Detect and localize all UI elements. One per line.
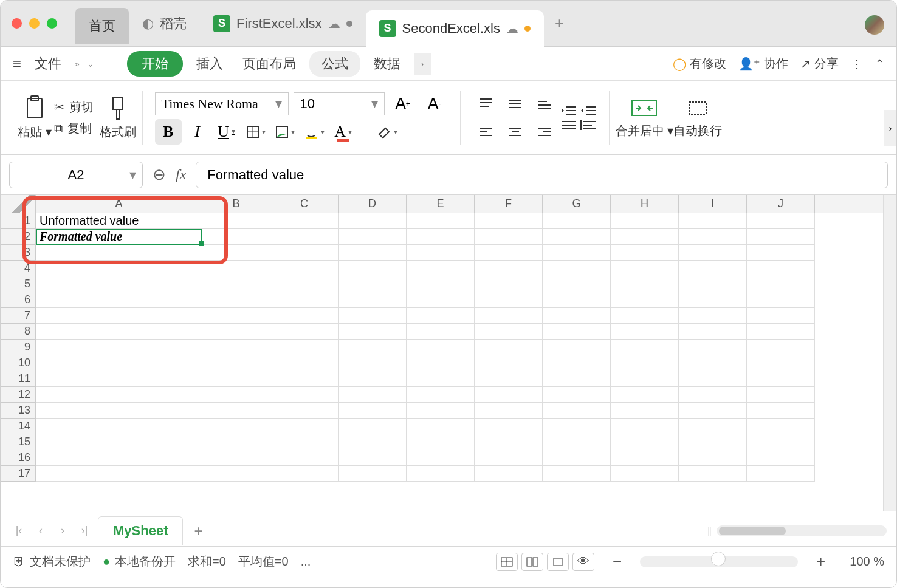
border-button[interactable] xyxy=(242,119,269,145)
align-center-button[interactable] xyxy=(502,119,529,145)
cell-I10[interactable] xyxy=(679,355,747,371)
italic-button[interactable]: I xyxy=(184,119,211,145)
cell-F4[interactable] xyxy=(475,261,543,276)
cell-E15[interactable] xyxy=(407,434,475,450)
cell-F10[interactable] xyxy=(475,355,543,371)
font-size-select[interactable]: 10▾ xyxy=(294,92,385,115)
cell-J11[interactable] xyxy=(747,371,815,387)
cell-J3[interactable] xyxy=(747,245,815,261)
cell-A16[interactable] xyxy=(36,450,202,466)
cell-C8[interactable] xyxy=(270,324,339,340)
row-header-13[interactable]: 13 xyxy=(1,403,36,419)
cell-A6[interactable] xyxy=(36,292,202,308)
col-header-E[interactable]: E xyxy=(407,195,475,213)
cell-B2[interactable] xyxy=(202,229,270,245)
more-menu-button[interactable]: › xyxy=(414,53,431,75)
cell-A10[interactable] xyxy=(36,355,202,371)
sheet-last-button[interactable]: ›| xyxy=(76,522,93,539)
cell-H6[interactable] xyxy=(611,292,679,308)
cell-J5[interactable] xyxy=(747,276,815,292)
cell-D16[interactable] xyxy=(339,450,407,466)
cell-G5[interactable] xyxy=(543,276,611,292)
cell-G6[interactable] xyxy=(543,292,611,308)
cell-E6[interactable] xyxy=(407,292,475,308)
normal-view-button[interactable] xyxy=(496,553,518,571)
cell-I16[interactable] xyxy=(679,450,747,466)
cell-I2[interactable] xyxy=(679,229,747,245)
cell-F3[interactable] xyxy=(475,245,543,261)
cell-F15[interactable] xyxy=(475,434,543,450)
cell-H2[interactable] xyxy=(611,229,679,245)
cut-button[interactable]: ✂剪切 xyxy=(54,99,94,115)
cell-C16[interactable] xyxy=(270,450,339,466)
wrap-text-button[interactable]: 自动换行 xyxy=(673,96,722,139)
cell-H12[interactable] xyxy=(611,387,679,403)
cell-J16[interactable] xyxy=(747,450,815,466)
file-tab-2-active[interactable]: S SecondExcel.xls ☁ xyxy=(366,10,544,47)
cell-C12[interactable] xyxy=(270,387,339,403)
cell-E11[interactable] xyxy=(407,371,475,387)
cell-H10[interactable] xyxy=(611,355,679,371)
formula-input[interactable]: Formatted value xyxy=(196,162,888,188)
col-header-D[interactable]: D xyxy=(339,195,407,213)
cell-D10[interactable] xyxy=(339,355,407,371)
select-all-corner[interactable] xyxy=(1,195,36,213)
cell-J8[interactable] xyxy=(747,324,815,340)
cell-G10[interactable] xyxy=(543,355,611,371)
backup-status[interactable]: ●本地备份开 xyxy=(103,553,176,570)
cell-A14[interactable] xyxy=(36,419,202,434)
cell-style-button[interactable] xyxy=(272,119,298,145)
cell-G3[interactable] xyxy=(543,245,611,261)
cell-C15[interactable] xyxy=(270,434,339,450)
cell-A8[interactable] xyxy=(36,324,202,340)
row-header-7[interactable]: 7 xyxy=(1,308,36,324)
cell-B16[interactable] xyxy=(202,450,270,466)
sheet-next-button[interactable]: › xyxy=(54,522,71,539)
zoom-percent[interactable]: 100 % xyxy=(850,555,884,569)
cell-J12[interactable] xyxy=(747,387,815,403)
cell-C14[interactable] xyxy=(270,419,339,434)
cell-C5[interactable] xyxy=(270,276,339,292)
col-header-I[interactable]: I xyxy=(679,195,747,213)
cell-D4[interactable] xyxy=(339,261,407,276)
page-break-view-button[interactable] xyxy=(547,553,569,571)
cell-C1[interactable] xyxy=(270,213,339,229)
cell-H13[interactable] xyxy=(611,403,679,419)
col-header-F[interactable]: F xyxy=(475,195,543,213)
increase-indent-button[interactable] xyxy=(580,104,597,117)
cell-B5[interactable] xyxy=(202,276,270,292)
align-middle-button[interactable] xyxy=(502,91,529,117)
align-bottom-button[interactable] xyxy=(531,91,558,117)
cell-F11[interactable] xyxy=(475,371,543,387)
row-header-3[interactable]: 3 xyxy=(1,245,36,261)
cell-I14[interactable] xyxy=(679,419,747,434)
spreadsheet-grid[interactable]: A B C D E F G H I J 12345678910111213141… xyxy=(1,195,896,514)
font-name-select[interactable]: Times New Roma▾ xyxy=(155,92,289,115)
row-header-12[interactable]: 12 xyxy=(1,387,36,403)
cell-B12[interactable] xyxy=(202,387,270,403)
collab-button[interactable]: 👤⁺协作 xyxy=(738,55,788,72)
hamburger-icon[interactable]: ≡ xyxy=(13,55,21,72)
decrease-font-button[interactable]: A- xyxy=(421,91,448,117)
split-icon[interactable]: ‖ xyxy=(707,526,712,536)
cell-A4[interactable] xyxy=(36,261,202,276)
row-header-4[interactable]: 4 xyxy=(1,261,36,276)
cell-F7[interactable] xyxy=(475,308,543,324)
col-header-J[interactable]: J xyxy=(747,195,815,213)
cell-H1[interactable] xyxy=(611,213,679,229)
cell-J9[interactable] xyxy=(747,340,815,355)
cell-D7[interactable] xyxy=(339,308,407,324)
cell-B13[interactable] xyxy=(202,403,270,419)
cell-F16[interactable] xyxy=(475,450,543,466)
cell-B10[interactable] xyxy=(202,355,270,371)
cell-H5[interactable] xyxy=(611,276,679,292)
home-tab[interactable]: 首页 xyxy=(75,8,129,44)
zoom-icon[interactable]: ⊖ xyxy=(153,165,166,184)
row-header-9[interactable]: 9 xyxy=(1,340,36,355)
chevron-right-icon[interactable]: » xyxy=(75,59,80,69)
cell-C13[interactable] xyxy=(270,403,339,419)
cell-A11[interactable] xyxy=(36,371,202,387)
cell-D17[interactable] xyxy=(339,466,407,482)
cell-B7[interactable] xyxy=(202,308,270,324)
cell-D8[interactable] xyxy=(339,324,407,340)
